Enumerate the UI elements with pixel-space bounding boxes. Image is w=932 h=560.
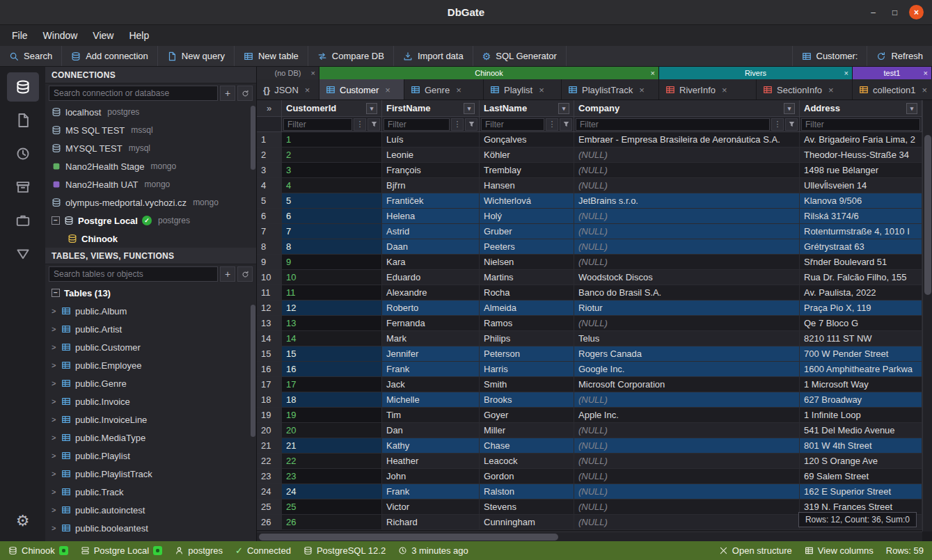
row-number[interactable]: 2 xyxy=(257,147,282,162)
cell-lastname[interactable]: Ralston xyxy=(480,484,574,499)
table-row[interactable]: 1010EduardoMartinsWoodstock DiscosRua Dr… xyxy=(257,270,922,285)
filter-input-customerid[interactable] xyxy=(283,118,352,131)
connections-refresh-button[interactable] xyxy=(237,86,253,101)
toolbar-button-new-table[interactable]: New table xyxy=(235,46,308,66)
cell-lastname[interactable]: Chase xyxy=(480,438,574,453)
table-row[interactable]: 66HelenaHolý(NULL)Rilská 3174/6 xyxy=(257,209,922,224)
cell-firstname[interactable]: François xyxy=(382,163,480,177)
close-group-icon[interactable]: × xyxy=(844,69,848,77)
cell-lastname[interactable]: Peeters xyxy=(480,239,574,254)
table-row[interactable]: 1313FernandaRamos(NULL)Qe 7 Bloco G xyxy=(257,316,922,331)
row-number[interactable]: 15 xyxy=(257,346,282,361)
connection-item-chinook[interactable]: Chinook xyxy=(45,230,256,248)
cell-firstname[interactable]: Alexandre xyxy=(382,285,480,300)
cell-firstname[interactable]: Tim xyxy=(382,408,480,422)
table-item-public-employee[interactable]: >public.Employee xyxy=(45,356,256,374)
row-number[interactable]: 17 xyxy=(257,377,282,392)
cell-firstname[interactable]: John xyxy=(382,469,480,483)
table-row[interactable]: 2323JohnGordon(NULL)69 Salem Street xyxy=(257,469,922,484)
close-tab-icon[interactable]: × xyxy=(456,85,461,95)
cell-company[interactable]: Google Inc. xyxy=(574,362,800,376)
row-number[interactable]: 11 xyxy=(257,285,282,300)
row-number[interactable]: 6 xyxy=(257,209,282,223)
table-row[interactable]: 11LuísGonçalvesEmbraer - Empresa Brasile… xyxy=(257,132,922,147)
cell-address[interactable]: 541 Del Medio Avenue xyxy=(800,423,922,438)
expand-chevron-icon[interactable]: > xyxy=(52,307,57,315)
table-row[interactable]: 1515JenniferPetersonRogers Canada700 W P… xyxy=(257,346,922,362)
activity-history-button[interactable] xyxy=(7,139,39,168)
cell-firstname[interactable]: Richard xyxy=(382,515,480,529)
cell-customerid[interactable]: 23 xyxy=(282,469,382,483)
table-row[interactable]: 2121KathyChase(NULL)801 W 4th Street xyxy=(257,438,922,454)
row-number[interactable]: 18 xyxy=(257,392,282,407)
tables-search-input[interactable] xyxy=(49,266,218,282)
cell-lastname[interactable]: Leacock xyxy=(480,454,574,468)
cell-firstname[interactable]: Michelle xyxy=(382,392,480,407)
column-dropdown-icon[interactable]: ▾ xyxy=(464,103,475,114)
expand-chevron-icon[interactable]: > xyxy=(52,488,57,496)
cell-lastname[interactable]: Harris xyxy=(480,362,574,376)
cell-company[interactable]: (NULL) xyxy=(574,515,800,529)
filter-input-address[interactable] xyxy=(801,118,920,131)
table-row[interactable]: 1414MarkPhilipsTelus8210 111 ST NW xyxy=(257,331,922,346)
menu-item-help[interactable]: Help xyxy=(121,26,157,45)
cell-firstname[interactable]: Jennifer xyxy=(382,346,480,361)
row-number[interactable]: 22 xyxy=(257,454,282,468)
cell-customerid[interactable]: 1 xyxy=(282,132,382,147)
cell-firstname[interactable]: Astrid xyxy=(382,224,480,239)
cell-customerid[interactable]: 11 xyxy=(282,285,382,300)
close-tab-icon[interactable]: × xyxy=(305,85,310,95)
cell-address[interactable]: Av. Paulista, 2022 xyxy=(800,285,922,300)
cell-firstname[interactable]: Victor xyxy=(382,499,480,514)
grid-horizontal-scrollbar[interactable] xyxy=(257,531,922,541)
cell-company[interactable]: (NULL) xyxy=(574,209,800,223)
cell-company[interactable]: Microsoft Corporation xyxy=(574,377,800,392)
filter-menu-icon[interactable]: ⋮ xyxy=(354,118,366,131)
cell-firstname[interactable]: Frank xyxy=(382,362,480,376)
cell-customerid[interactable]: 14 xyxy=(282,331,382,346)
cell-customerid[interactable]: 2 xyxy=(282,147,382,162)
cell-address[interactable]: 162 E Superior Street xyxy=(800,484,922,499)
cell-address[interactable]: Rilská 3174/6 xyxy=(800,209,922,223)
table-row[interactable]: 22LeonieKöhler(NULL)Theodor-Heuss-Straße… xyxy=(257,147,922,163)
cell-company[interactable]: (NULL) xyxy=(574,316,800,330)
cell-firstname[interactable]: Daan xyxy=(382,239,480,254)
minimize-button[interactable]: – xyxy=(866,5,880,19)
toolbar-button-import-data[interactable]: Import data xyxy=(394,46,473,66)
close-tab-icon[interactable]: × xyxy=(722,85,727,95)
cell-lastname[interactable]: Cunningham xyxy=(480,515,574,529)
filter-menu-icon[interactable]: ⋮ xyxy=(546,118,558,131)
cell-company[interactable]: (NULL) xyxy=(574,438,800,453)
cell-customerid[interactable]: 3 xyxy=(282,163,382,177)
table-row[interactable]: 88DaanPeeters(NULL)Grétrystraat 63 xyxy=(257,239,922,255)
tab-playlisttrack[interactable]: PlaylistTrack× xyxy=(562,79,659,100)
cell-customerid[interactable]: 4 xyxy=(282,178,382,193)
cell-customerid[interactable]: 16 xyxy=(282,362,382,376)
grid-corner-button[interactable]: » xyxy=(257,100,282,116)
cell-customerid[interactable]: 13 xyxy=(282,316,382,330)
row-number[interactable]: 20 xyxy=(257,423,282,438)
row-number[interactable]: 9 xyxy=(257,255,282,269)
cell-address[interactable]: Praça Pio X, 119 xyxy=(800,301,922,315)
toolbar-button-add-connection[interactable]: Add connection xyxy=(62,46,158,66)
cell-address[interactable]: 627 Broadway xyxy=(800,392,922,407)
cell-address[interactable]: 1600 Amphitheatre Parkwa xyxy=(800,362,922,376)
cell-customerid[interactable]: 8 xyxy=(282,239,382,254)
cell-company[interactable]: Woodstock Discos xyxy=(574,270,800,285)
cell-company[interactable]: (NULL) xyxy=(574,147,800,162)
cell-lastname[interactable]: Tremblay xyxy=(480,163,574,177)
column-header-firstname[interactable]: FirstName▾ xyxy=(382,100,480,116)
row-number[interactable]: 13 xyxy=(257,316,282,330)
close-button[interactable]: × xyxy=(909,5,924,19)
cell-company[interactable]: Riotur xyxy=(574,301,800,315)
cell-firstname[interactable]: Jack xyxy=(382,377,480,392)
status-open-structure[interactable]: Open structure xyxy=(719,545,792,556)
cell-company[interactable]: (NULL) xyxy=(574,392,800,407)
table-item-public-autoinctest[interactable]: >public.autoinctest xyxy=(45,501,256,519)
cell-company[interactable]: (NULL) xyxy=(574,163,800,177)
menu-item-file[interactable]: File xyxy=(4,26,35,45)
close-tab-icon[interactable]: × xyxy=(385,85,390,95)
table-row[interactable]: 77AstridGruber(NULL)Rotenturmstraße 4, 1… xyxy=(257,224,922,239)
cell-lastname[interactable]: Wichterlová xyxy=(480,193,574,208)
expand-chevron-icon[interactable]: > xyxy=(52,379,57,387)
